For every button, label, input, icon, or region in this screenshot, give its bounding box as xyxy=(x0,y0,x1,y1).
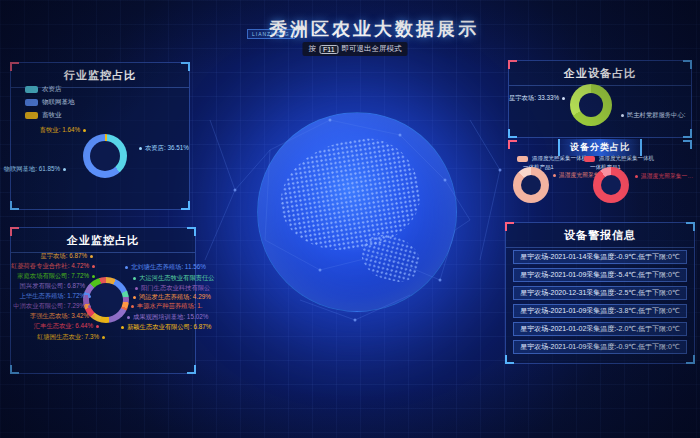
equipment-donut-chart[interactable] xyxy=(570,84,612,126)
legend-swatch xyxy=(584,156,595,162)
legend-swatch xyxy=(517,156,528,162)
chart-label: 星宇农场: 6.87% xyxy=(40,253,93,259)
f11-keycap: F11 xyxy=(319,45,339,54)
alarm-row: 星宇农场-2021-01-14采集温度:-0.9℃,低于下限:0℃ xyxy=(513,250,687,264)
alarm-row: 星宇农场-2021-01-09采集温度:-0.9℃,低于下限:0℃ xyxy=(513,340,687,354)
chart-label: 家庭农场有限公司: 7.72% xyxy=(17,273,95,279)
alarm-row: 星宇农场-2021-01-02采集温度:-2.0℃,低于下限:0℃ xyxy=(513,322,687,336)
legend-label: 农资店 xyxy=(42,85,62,94)
legend-item[interactable]: 温湿度光照采集一体机 xyxy=(517,155,587,162)
industry-donut-chart[interactable] xyxy=(83,134,127,178)
chart-label: 丰源水产种苗养殖场: 1. xyxy=(131,303,202,309)
chart-label: 大运河生态牧业有限责任公 xyxy=(133,275,215,281)
legend-item[interactable]: 物联网基地 xyxy=(25,98,75,107)
chart-label: 中润农业有限公司: 7.29% xyxy=(13,303,91,309)
legend-swatch xyxy=(25,112,38,119)
panel-title: 设备分类占比 xyxy=(558,139,642,156)
chart-label: 李强生态农场: 3.42% xyxy=(30,313,95,319)
chart-label: 鸿运发生态养殖场: 4.29% xyxy=(133,294,211,300)
page-title: 秀洲区农业大数据展示 xyxy=(269,17,479,41)
chart-label: 北刘塘生态养殖场: 11.56% xyxy=(125,264,206,270)
dashboard: LIANZHENG 秀洲区农业大数据展示 按 F11 即可退出全屏模式 行业监控… xyxy=(0,0,700,438)
legend-label: 温湿度光照采集一体机 xyxy=(599,155,654,162)
device-class-donut-left[interactable] xyxy=(513,167,549,203)
legend-item[interactable]: 温湿度光照采集一体机 xyxy=(584,155,654,162)
chart-label: 上华生态养殖场: 1.72% xyxy=(20,293,91,299)
chart-label: 阳门生态农业科技有限公 xyxy=(135,285,210,291)
panel-title: 设备警报信息 xyxy=(506,223,694,248)
legend-swatch xyxy=(25,99,38,106)
chart-label: 红菱荷春专业合作社: 4.72% xyxy=(11,263,95,269)
legend-item[interactable]: 农资店 xyxy=(25,85,75,94)
legend-swatch xyxy=(25,86,38,93)
legend-label: 温湿度光照采集一体机 xyxy=(532,155,587,162)
legend-label: 畜牧业 xyxy=(42,111,62,120)
chart-label: 农资店: 36.51% xyxy=(139,145,189,151)
chart-label: 汇丰生态农业: 6.44% xyxy=(34,323,99,329)
panel-enterprise-monitor: 企业监控占比 星宇农场: 6.87% 红菱荷春专业合作社: 4.72% 家庭农场… xyxy=(10,227,196,374)
chart-label: 成果观园培训基地: 15.02% xyxy=(127,314,208,320)
panel-device-classification: 设备分类占比 温湿度光照采集一体机 一体机产品1 温湿度光照采集一… 温湿度光照… xyxy=(508,140,692,216)
alarm-row: 星宇农场-2021-01-09采集温度:-5.4℃,低于下限:0℃ xyxy=(513,268,687,282)
chart-label: 国兴发有限公司: 6.87% xyxy=(20,283,91,289)
legend-item[interactable]: 畜牧业 xyxy=(25,111,75,120)
tooltip-suffix: 即可退出全屏模式 xyxy=(342,44,402,54)
tooltip-prefix: 按 xyxy=(308,44,316,54)
fullscreen-tooltip: 按 F11 即可退出全屏模式 xyxy=(302,42,407,56)
panel-title: 企业监控占比 xyxy=(11,228,195,253)
legend-label: 物联网基地 xyxy=(42,98,75,107)
globe-visualization xyxy=(257,112,457,312)
alarm-row: 星宇农场-2021-01-09采集温度:-3.8℃,低于下限:0℃ xyxy=(513,304,687,318)
panel-title: 企业设备占比 xyxy=(509,61,691,86)
chart-label: 民主村党群服务中心: xyxy=(621,112,685,118)
alarm-row: 星宇农场-2020-12-31采集温度:-2.5℃,低于下限:0℃ xyxy=(513,286,687,300)
chart-label: 畜牧业: 1.64% xyxy=(40,127,86,133)
chart-label: 温湿度光照采集一… xyxy=(635,174,693,180)
chart-label: 新颖生态农业有限公司: 6.87% xyxy=(121,324,211,330)
chart-label: 物联网基地: 61.85% xyxy=(4,166,66,172)
panel-equipment-ratio: 企业设备占比 星宇农场: 33.33% 民主村党群服务中心: xyxy=(508,60,692,138)
chart-label: 星宇农场: 33.33% xyxy=(509,95,565,101)
panel-device-alarms: 设备警报信息 星宇农场-2021-01-14采集温度:-0.9℃,低于下限:0℃… xyxy=(505,222,695,364)
chart-label: 红塘园生态农业: 7.3% xyxy=(37,334,105,340)
panel-industry-monitor: 行业监控占比 农资店 物联网基地 畜牧业 畜牧业: 1.64% 农资店: 36.… xyxy=(10,62,190,210)
device-class-donut-right[interactable] xyxy=(593,167,629,203)
